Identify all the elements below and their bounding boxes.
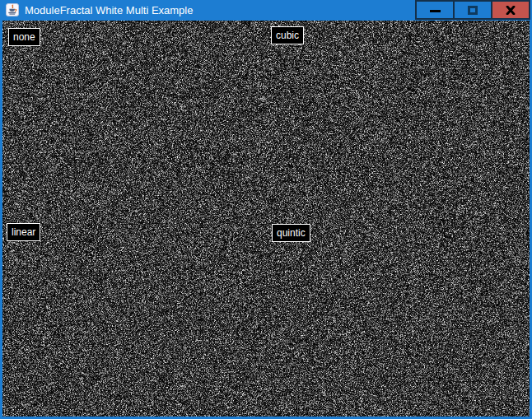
interp-label-cubic: cubic bbox=[271, 26, 304, 44]
interp-label-linear: linear bbox=[7, 223, 40, 241]
maximize-icon bbox=[468, 6, 478, 15]
noise-viewport: none cubic linear quintic bbox=[2, 21, 530, 417]
java-coffee-cup-icon bbox=[6, 3, 19, 16]
titlebar[interactable]: ModuleFractal White Multi Example bbox=[0, 0, 532, 21]
window-title: ModuleFractal White Multi Example bbox=[25, 0, 193, 21]
noise-canvas bbox=[2, 21, 530, 417]
app-window: ModuleFractal White Multi Example none c… bbox=[0, 0, 532, 419]
minimize-icon bbox=[430, 10, 441, 12]
maximize-button[interactable] bbox=[453, 0, 492, 20]
interp-label-quintic: quintic bbox=[272, 224, 310, 242]
interp-label-none: none bbox=[8, 28, 40, 46]
close-button[interactable] bbox=[491, 0, 530, 20]
window-controls bbox=[415, 0, 530, 20]
minimize-button[interactable] bbox=[415, 0, 455, 20]
close-x-icon bbox=[506, 6, 516, 15]
